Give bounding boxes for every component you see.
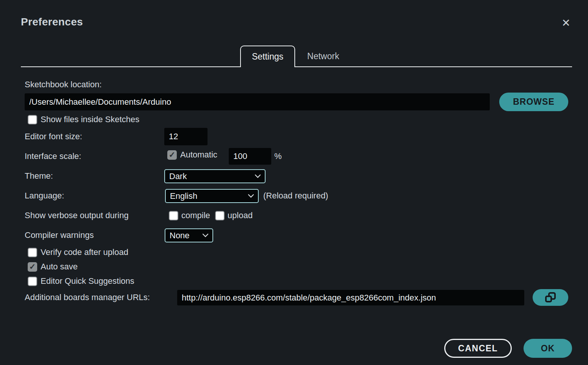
boards-urls-input[interactable] — [177, 290, 524, 305]
theme-select[interactable]: Dark — [164, 169, 266, 183]
ok-button[interactable]: OK — [524, 339, 572, 358]
chevron-down-icon — [255, 174, 261, 178]
page-title: Preferences — [21, 16, 83, 28]
language-reload-note: (Reload required) — [263, 191, 328, 201]
boards-urls-expand-button[interactable] — [533, 289, 568, 306]
interface-scale-auto-row: Automatic — [167, 150, 217, 160]
interface-scale-label: Interface scale: — [25, 151, 81, 161]
verbose-upload-label: upload — [228, 211, 253, 220]
language-select[interactable]: English — [165, 189, 259, 203]
sketchbook-location-input[interactable] — [25, 93, 490, 110]
boards-urls-label: Additional boards manager URLs: — [25, 293, 150, 302]
tab-network[interactable]: Network — [297, 46, 350, 66]
quick-suggestions-row: Editor Quick Suggestions — [28, 276, 134, 286]
interface-scale-auto-label: Automatic — [180, 150, 217, 160]
editor-font-size-input[interactable] — [164, 128, 208, 145]
auto-save-label: Auto save — [41, 262, 78, 272]
interface-scale-unit: % — [274, 151, 282, 161]
chevron-down-icon — [248, 194, 254, 198]
close-icon: ✕ — [561, 17, 570, 29]
verify-code-checkbox[interactable] — [28, 248, 37, 257]
quick-suggestions-label: Editor Quick Suggestions — [41, 276, 134, 286]
verify-code-label: Verify code after upload — [41, 247, 128, 257]
theme-select-value: Dark — [169, 171, 187, 181]
compiler-warnings-value: None — [170, 231, 190, 241]
chevron-down-icon — [202, 233, 209, 238]
interface-scale-input[interactable] — [229, 148, 271, 165]
verbose-output-row: compile upload — [169, 211, 253, 220]
verbose-upload-checkbox[interactable] — [215, 211, 225, 220]
verbose-compile-label: compile — [181, 211, 210, 220]
verbose-compile-checkbox[interactable] — [169, 211, 178, 220]
show-files-label: Show files inside Sketches — [41, 115, 139, 124]
tab-network-label: Network — [307, 51, 339, 61]
language-label: Language: — [25, 191, 64, 201]
preferences-dialog: Preferences ✕ Settings Network Sketchboo… — [0, 0, 588, 365]
tab-divider-line — [21, 66, 572, 67]
language-select-value: English — [170, 191, 197, 201]
browse-button[interactable]: BROWSE — [499, 93, 568, 111]
show-files-checkbox[interactable] — [28, 115, 37, 124]
close-button[interactable]: ✕ — [558, 15, 574, 30]
verify-code-row: Verify code after upload — [28, 247, 128, 257]
editor-font-size-label: Editor font size: — [25, 132, 82, 142]
show-files-row: Show files inside Sketches — [28, 115, 139, 124]
clone-window-icon — [544, 292, 557, 303]
cancel-button[interactable]: CANCEL — [444, 339, 512, 358]
tab-settings-label: Settings — [252, 52, 283, 62]
interface-scale-auto-checkbox[interactable] — [167, 150, 177, 160]
auto-save-checkbox[interactable] — [28, 262, 37, 272]
compiler-warnings-label: Compiler warnings — [25, 230, 94, 240]
auto-save-row: Auto save — [28, 262, 78, 272]
verbose-output-label: Show verbose output during — [25, 211, 129, 220]
theme-label: Theme: — [25, 171, 53, 181]
sketchbook-location-label: Sketchbook location: — [25, 80, 102, 90]
tab-settings[interactable]: Settings — [240, 46, 295, 67]
compiler-warnings-select[interactable]: None — [165, 228, 213, 242]
quick-suggestions-checkbox[interactable] — [28, 277, 37, 286]
